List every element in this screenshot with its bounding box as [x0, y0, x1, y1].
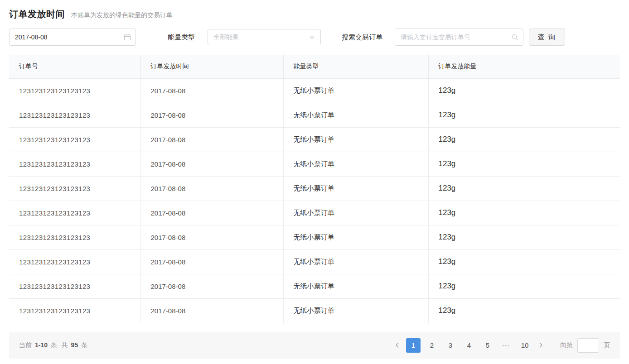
cell-order-no: 123123123123123123	[9, 78, 140, 103]
table-row: 1231231231231231232017-08-08无纸小票订单123g	[9, 152, 620, 176]
date-picker[interactable]	[9, 29, 136, 46]
page-subtitle: 本账单为发放的绿色能量的交易订单	[71, 11, 173, 19]
search-field[interactable]	[395, 29, 523, 46]
cell-order-no: 123123123123123123	[9, 152, 140, 176]
cell-energy-amount: 123g	[428, 225, 620, 249]
cell-order-no: 123123123123123123	[9, 201, 140, 225]
page-container: 订单发放时间 本账单为发放的绿色能量的交易订单 能量类型 全部能量	[0, 0, 629, 359]
page-jump: 向第 页	[560, 338, 610, 353]
pager: 12345•••10 向第 页	[389, 338, 610, 353]
pagination-bar: 当前 1-10 条 共 95 条 12345•••10 向第 页	[9, 332, 620, 359]
query-button[interactable]: 查 询	[529, 29, 565, 46]
pagination-pages: 12345•••10	[406, 338, 532, 353]
pagination-page-4[interactable]: 4	[462, 338, 476, 353]
summary-total-unit: 条	[81, 341, 87, 349]
pagination-page-1[interactable]: 1	[406, 338, 421, 353]
energy-type-label: 能量类型	[168, 33, 195, 42]
cell-order-no: 123123123123123123	[9, 298, 140, 323]
jump-label: 向第	[560, 341, 573, 350]
cell-energy-amount: 123g	[428, 201, 620, 225]
cell-energy-amount: 123g	[428, 298, 620, 323]
calendar-icon[interactable]	[124, 34, 131, 41]
cell-energy-amount: 123g	[428, 274, 620, 298]
jump-page-input[interactable]	[577, 338, 599, 353]
cell-order-no: 123123123123123123	[9, 127, 140, 152]
cell-order-no: 123123123123123123	[9, 103, 140, 127]
cell-issue-time: 2017-08-08	[140, 298, 283, 323]
table-row: 1231231231231231232017-08-08无纸小票订单123g	[9, 225, 620, 249]
cell-energy-type: 无纸小票订单	[283, 298, 428, 323]
summary-total-prefix: 共	[62, 341, 68, 349]
date-input[interactable]	[9, 29, 136, 46]
summary-range-unit: 条	[51, 341, 57, 349]
table-row: 1231231231231231232017-08-08无纸小票订单123g	[9, 103, 620, 127]
cell-issue-time: 2017-08-08	[140, 127, 283, 152]
table-row: 1231231231231231232017-08-08无纸小票订单123g	[9, 201, 620, 225]
cell-order-no: 123123123123123123	[9, 274, 140, 298]
cell-issue-time: 2017-08-08	[140, 225, 283, 249]
cell-issue-time: 2017-08-08	[140, 274, 283, 298]
cell-energy-amount: 123g	[428, 78, 620, 103]
pagination-summary: 当前 1-10 条 共 95 条	[19, 341, 87, 350]
cell-energy-amount: 123g	[428, 249, 620, 274]
table-body: 1231231231231231232017-08-08无纸小票订单123g12…	[9, 78, 620, 323]
cell-energy-type: 无纸小票订单	[283, 103, 428, 127]
cell-energy-amount: 123g	[428, 152, 620, 176]
column-header-energy-type: 能量类型	[283, 55, 428, 78]
jump-unit: 页	[604, 341, 610, 350]
chevron-down-icon	[309, 34, 315, 40]
cell-energy-type: 无纸小票订单	[283, 225, 428, 249]
cell-order-no: 123123123123123123	[9, 176, 140, 201]
pagination-page-3[interactable]: 3	[443, 338, 458, 353]
cell-issue-time: 2017-08-08	[140, 152, 283, 176]
cell-energy-type: 无纸小票订单	[283, 249, 428, 274]
cell-energy-type: 无纸小票订单	[283, 201, 428, 225]
search-label: 搜索交易订单	[342, 33, 382, 42]
table-row: 1231231231231231232017-08-08无纸小票订单123g	[9, 176, 620, 201]
cell-issue-time: 2017-08-08	[140, 201, 283, 225]
cell-order-no: 123123123123123123	[9, 249, 140, 274]
table-row: 1231231231231231232017-08-08无纸小票订单123g	[9, 249, 620, 274]
column-header-order-no: 订单号	[9, 55, 140, 78]
pagination-page-2[interactable]: 2	[425, 338, 439, 353]
next-page-icon[interactable]	[535, 338, 547, 353]
energy-type-select[interactable]: 全部能量	[208, 29, 321, 45]
search-icon	[511, 34, 518, 41]
table-header: 订单号 订单发放时间 能量类型 订单发放能量	[9, 55, 620, 78]
summary-range: 1-10	[35, 341, 48, 349]
cell-energy-type: 无纸小票订单	[283, 176, 428, 201]
pagination-page-5[interactable]: 5	[480, 338, 495, 353]
cell-energy-type: 无纸小票订单	[283, 274, 428, 298]
column-header-energy-amount: 订单发放能量	[428, 55, 620, 78]
prev-page-icon[interactable]	[392, 338, 403, 353]
search-input[interactable]	[395, 29, 523, 46]
cell-energy-amount: 123g	[428, 103, 620, 127]
orders-table: 订单号 订单发放时间 能量类型 订单发放能量 12312312312312312…	[9, 55, 620, 323]
pagination-ellipsis: •••	[499, 338, 513, 353]
cell-energy-type: 无纸小票订单	[283, 152, 428, 176]
cell-order-no: 123123123123123123	[9, 225, 140, 249]
pagination-page-10[interactable]: 10	[518, 338, 532, 353]
cell-issue-time: 2017-08-08	[140, 249, 283, 274]
energy-type-selected-value: 全部能量	[213, 33, 239, 41]
page-header: 订单发放时间 本账单为发放的绿色能量的交易订单	[9, 7, 620, 29]
cell-energy-type: 无纸小票订单	[283, 127, 428, 152]
cell-energy-amount: 123g	[428, 176, 620, 201]
summary-prefix: 当前	[19, 341, 32, 349]
cell-issue-time: 2017-08-08	[140, 78, 283, 103]
table-row: 1231231231231231232017-08-08无纸小票订单123g	[9, 78, 620, 103]
cell-issue-time: 2017-08-08	[140, 176, 283, 201]
table-row: 1231231231231231232017-08-08无纸小票订单123g	[9, 298, 620, 323]
column-header-issue-time: 订单发放时间	[140, 55, 283, 78]
cell-issue-time: 2017-08-08	[140, 103, 283, 127]
filter-bar: 能量类型 全部能量 搜索交易订单 查 询	[9, 29, 620, 46]
cell-energy-type: 无纸小票订单	[283, 78, 428, 103]
summary-total: 95	[71, 341, 78, 349]
cell-energy-amount: 123g	[428, 127, 620, 152]
table-row: 1231231231231231232017-08-08无纸小票订单123g	[9, 274, 620, 298]
page-title: 订单发放时间	[9, 8, 65, 20]
table-row: 1231231231231231232017-08-08无纸小票订单123g	[9, 127, 620, 152]
